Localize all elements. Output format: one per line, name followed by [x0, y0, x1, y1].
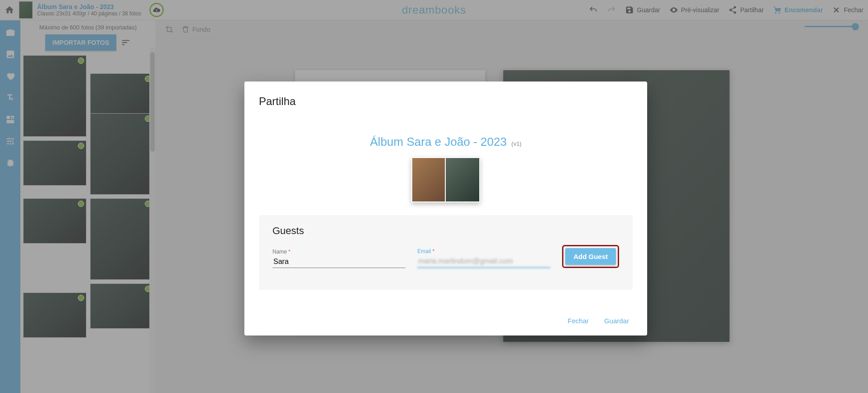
- preview-page-left: [411, 157, 446, 202]
- modal-actions: Fechar Guardar: [259, 317, 633, 325]
- modal-save-button[interactable]: Guardar: [604, 317, 629, 325]
- share-modal: Partilha Álbum Sara e João - 2023 (v1) G…: [244, 81, 647, 335]
- name-input[interactable]: [272, 256, 405, 268]
- name-field-wrap: Name *: [272, 249, 405, 268]
- modal-album-title[interactable]: Álbum Sara e João - 2023: [370, 135, 507, 149]
- modal-album-preview: [411, 157, 480, 202]
- modal-title: Partilha: [259, 95, 633, 108]
- guests-heading: Guests: [272, 225, 619, 237]
- modal-header-block: Álbum Sara e João - 2023 (v1): [259, 135, 633, 204]
- name-label: Name *: [272, 249, 405, 255]
- email-field-wrap: Email *: [417, 248, 550, 268]
- guest-row: Name * Email * Add Guest: [272, 245, 619, 268]
- modal-version: (v1): [511, 140, 521, 147]
- preview-page-right: [446, 157, 480, 202]
- email-input[interactable]: [417, 255, 550, 268]
- email-label: Email *: [417, 248, 550, 254]
- add-guest-highlight: Add Guest: [562, 245, 619, 268]
- add-guest-button[interactable]: Add Guest: [565, 248, 616, 265]
- guests-card: Guests Name * Email * Add Guest: [259, 215, 633, 290]
- modal-close-button[interactable]: Fechar: [568, 317, 589, 325]
